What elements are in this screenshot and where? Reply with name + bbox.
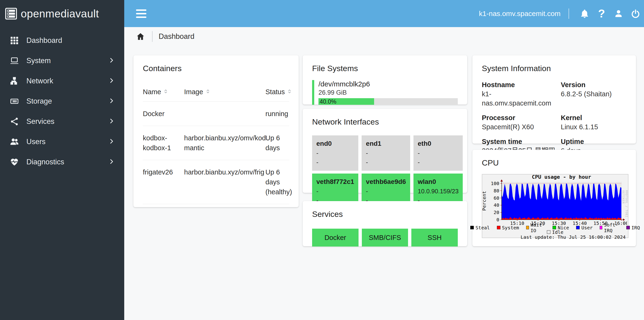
sort-icon [203, 88, 211, 96]
legend-item-wait-io: Wait-IO [526, 222, 546, 233]
containers-table: Name Image Status Docker running [143, 82, 289, 204]
sidebar-item-storage[interactable]: Storage [0, 91, 124, 111]
topbar-divider [568, 8, 569, 19]
svg-text:80: 80 [494, 188, 499, 194]
brand: openmediavault [0, 0, 124, 27]
power-icon[interactable] [627, 5, 644, 22]
nas-storage-icon [10, 96, 19, 106]
table-row: kodbox-kodbox-1 harbor.bianbu.xyz/omv/ko… [143, 126, 289, 160]
topbar: k1-nas.omv.spacemit.com ? [124, 0, 644, 27]
container-image [184, 109, 266, 119]
legend-swatch [547, 230, 550, 234]
sort-icon [285, 88, 292, 96]
sort-icon [161, 88, 168, 96]
container-status: Up 6 days (healthy) [266, 167, 292, 197]
sysinfo-field-version: Version 6.8.2-5 (Shaitan) [561, 81, 626, 108]
sysinfo-field-hostname: Hostname k1-nas.omv.spacemit.com [482, 81, 558, 108]
chevron-right-icon [108, 118, 115, 125]
filesystem-usage-bar: 40.0% [318, 98, 458, 105]
cpu-chart-svg: 02040608010015:1015:2015:3015:4015:5016:… [482, 174, 627, 225]
svg-text:100: 100 [491, 181, 499, 186]
services-card: Services Docker SMB/CIFS SSH [303, 201, 467, 246]
container-name: kodbox-kodbox-1 [143, 133, 184, 153]
filesystems-card: File Systems /dev/mmcblk2p6 26.99 GiB 40… [303, 55, 467, 105]
filesystem-item: /dev/mmcblk2p6 26.99 GiB 40.0% [312, 80, 458, 105]
heart-pulse-icon [10, 157, 19, 167]
svg-text:60: 60 [494, 195, 499, 201]
breadcrumb-page-title: Dashboard [159, 32, 194, 41]
card-title: Containers [143, 64, 289, 73]
notifications-bell-icon[interactable] [576, 5, 593, 22]
rrdtool-watermark: RRDTOOL / TOBI OETIKER [622, 190, 628, 222]
chevron-right-icon [108, 77, 115, 85]
openmediavault-logo-icon [4, 6, 18, 21]
column-header-name[interactable]: Name [143, 88, 184, 96]
legend-swatch [576, 226, 580, 229]
help-icon[interactable]: ? [593, 5, 610, 22]
chevron-right-icon [108, 138, 115, 146]
filesystem-size: 26.99 GiB [318, 89, 458, 96]
breadcrumb: Dashboard [124, 27, 644, 46]
legend-item-soft-irq: Soft-IRQ [600, 222, 619, 233]
sidebar: openmediavault Dashboard System [0, 0, 124, 320]
service-tile-docker: Docker [312, 229, 358, 247]
legend-item-irq: IRQ [626, 225, 640, 231]
cpu-usage-graph: 02040608010015:1015:2015:3015:4015:5016:… [482, 174, 628, 238]
home-icon[interactable] [136, 32, 145, 41]
column-header-status[interactable]: Status [266, 88, 292, 96]
sidebar-item-users[interactable]: Users [0, 132, 124, 152]
svg-text:CPU usage - by hour: CPU usage - by hour [532, 174, 591, 180]
service-tile-smbcifs: SMB/CIFS [362, 229, 408, 247]
column-header-image[interactable]: Image [184, 88, 266, 96]
filesystem-device: /dev/mmcblk2p6 [318, 80, 458, 88]
cpu-card: CPU 02040608010015:1015:2015:3015:4015:5… [472, 150, 636, 246]
hostname-text: k1-nas.omv.spacemit.com [479, 10, 560, 18]
network-tile-eth0: eth0 - - [414, 135, 463, 171]
breadcrumb-divider [152, 31, 152, 42]
network-tile-end0: end0 - - [312, 135, 358, 171]
user-account-icon[interactable] [610, 5, 627, 22]
sidebar-item-services[interactable]: Services [0, 111, 124, 132]
legend-item-steal: Steal [470, 225, 490, 231]
legend-swatch [497, 226, 500, 229]
brand-name: openmediavault [21, 7, 99, 20]
menu-toggle-button[interactable] [136, 9, 146, 18]
chart-last-update: Last update: Thu Jul 25 16:00:02 2024 [482, 234, 628, 240]
network-tile-end1: end1 - - [362, 135, 410, 171]
filesystem-usage-percent: 40.0% [318, 98, 458, 105]
service-tile-ssh: SSH [411, 229, 458, 247]
sidebar-item-label: Services [26, 117, 108, 126]
users-icon [10, 137, 19, 147]
network-hub-icon [10, 76, 19, 86]
table-row: frigatev26 harbor.bianbu.xyz/omv/frig Up… [143, 160, 289, 204]
sysinfo-field-kernel: Kernel Linux 6.1.15 [561, 114, 626, 132]
sidebar-item-label: Network [26, 77, 108, 85]
container-image: harbor.bianbu.xyz/omv/kod mantic [184, 133, 266, 153]
sidebar-item-network[interactable]: Network [0, 71, 124, 91]
sidebar-item-system[interactable]: System [0, 51, 124, 71]
card-title: File Systems [312, 64, 458, 73]
container-name: Docker [143, 109, 184, 119]
legend-swatch [470, 226, 474, 229]
svg-text:Percent: Percent [482, 191, 487, 211]
svg-text:40: 40 [494, 202, 499, 208]
sidebar-item-label: Users [26, 137, 108, 146]
svg-text:20: 20 [494, 210, 499, 215]
sysinfo-field-processor: Processor Spacemit(R) X60 [482, 114, 558, 132]
sidebar-item-label: System [26, 56, 108, 65]
sidebar-item-dashboard[interactable]: Dashboard [0, 30, 124, 51]
card-title: Services [312, 210, 458, 219]
system-information-card: System Information Hostname k1-nas.omv.s… [472, 55, 636, 144]
legend-swatch [526, 226, 529, 229]
network-interfaces-card: Network Interfaces end0 - - end1 - - eth… [303, 109, 467, 193]
svg-text:0: 0 [496, 217, 499, 223]
sidebar-item-label: Diagnostics [26, 158, 108, 166]
container-status: running [266, 109, 289, 119]
sidebar-item-diagnostics[interactable]: Diagnostics [0, 152, 124, 172]
container-image: harbor.bianbu.xyz/omv/frig [184, 167, 266, 197]
legend-item-idle: Idle [547, 229, 564, 235]
legend-swatch [600, 226, 602, 229]
table-header-row: Name Image Status [143, 82, 289, 102]
card-title: System Information [482, 64, 626, 73]
chevron-right-icon [108, 57, 115, 64]
